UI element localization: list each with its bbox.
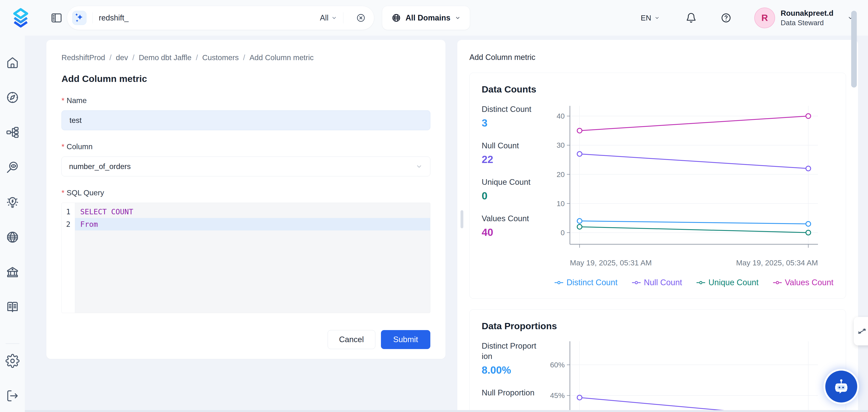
horizontal-scrollbar-track[interactable] (0, 410, 868, 412)
breadcrumb-item[interactable]: dev (116, 53, 128, 62)
panel-resize-handle[interactable] (461, 210, 463, 228)
required-mark: * (61, 142, 64, 151)
legend-marker-icon (632, 281, 641, 285)
user-avatar[interactable]: R (754, 7, 775, 28)
breadcrumb-item[interactable]: RedshiftProd (61, 53, 105, 62)
legend-item[interactable]: Values Count (773, 278, 834, 287)
legend-label: Values Count (785, 278, 834, 287)
metric-item: Values Count40 (482, 214, 537, 238)
all-domains-dropdown[interactable]: All Domains (382, 6, 470, 30)
chevron-down-icon (654, 15, 660, 21)
breadcrumb-separator: / (243, 53, 245, 62)
name-input[interactable]: test (61, 110, 430, 130)
sidebar-item-discover[interactable] (5, 90, 20, 104)
metric-value: 8.00% (482, 364, 537, 376)
panel-scrollbar-thumb[interactable] (851, 11, 857, 88)
sidebar-item-observability[interactable] (5, 160, 20, 175)
app-logo[interactable] (10, 8, 31, 28)
sidebar-nav (0, 36, 25, 412)
search-input[interactable]: redshift_ (99, 13, 320, 23)
cancel-button[interactable]: Cancel (328, 330, 375, 349)
sidebar-item-settings[interactable] (5, 354, 20, 368)
breadcrumb: RedshiftProd/dev/Demo dbt Jaffle/Custome… (61, 53, 430, 62)
all-domains-label: All Domains (405, 13, 451, 23)
sidebar-item-logout[interactable] (5, 389, 20, 403)
language-dropdown[interactable]: EN (641, 13, 660, 22)
legend-marker-icon (696, 281, 705, 285)
sidebar-divider (6, 343, 20, 344)
sql-label-text: SQL Query (67, 188, 104, 197)
chevron-down-icon (331, 15, 337, 21)
legend-item[interactable]: Distinct Count (554, 278, 618, 287)
metric-value: 0 (482, 190, 537, 202)
metric-item: Distinct Proportion8.00% (482, 341, 537, 376)
topbar-right-cluster: EN R Rounakpreet.d Data Steward (641, 7, 868, 28)
select-chevron-icon (415, 163, 423, 170)
metrics-preview-panel: Add Column metric Data Counts Distinct C… (457, 40, 858, 412)
breadcrumb-item[interactable]: Customers (202, 53, 239, 62)
lineage-icon (5, 136, 20, 140)
legend-label: Null Count (644, 278, 682, 287)
name-field-label: * Name (61, 96, 430, 105)
language-label: EN (641, 13, 651, 22)
panel-title: Add Column metric (457, 40, 858, 62)
user-name: Rounakpreet.d (781, 9, 834, 18)
metric-item: Distinct Count3 (482, 104, 537, 129)
metric-item: Unique Count0 (482, 177, 537, 202)
sidebar-toggle-icon[interactable] (50, 11, 63, 24)
metric-value: 40 (482, 226, 537, 238)
breadcrumb-separator: / (110, 53, 112, 62)
metrics-collapse-tab[interactable] (854, 317, 868, 345)
sidebar-item-governance[interactable] (5, 265, 20, 279)
sidebar-item-glossary[interactable] (5, 300, 20, 314)
breadcrumb-item[interactable]: Demo dbt Jaffle (139, 53, 191, 62)
line-number: 1 (62, 205, 75, 218)
sidebar-item-home[interactable] (5, 55, 20, 70)
user-menu[interactable]: Rounakpreet.d Data Steward (781, 9, 834, 27)
clear-search-icon[interactable] (356, 13, 366, 23)
metric-item: Null Proportion (482, 388, 537, 398)
sidebar-item-web[interactable] (5, 230, 20, 244)
globe-icon (391, 13, 401, 23)
global-search[interactable]: redshift_ All (67, 6, 374, 30)
svg-text:20: 20 (557, 170, 565, 179)
sidebar-item-insights[interactable] (5, 195, 20, 209)
legend-marker-icon (773, 281, 782, 285)
svg-text:0: 0 (561, 228, 565, 237)
divider (343, 12, 343, 24)
editor-code-area[interactable]: SELECT COUNTFrom (75, 203, 430, 313)
column-field-label: * Column (61, 142, 430, 151)
metric-value: 3 (482, 117, 537, 129)
governance-icon (5, 276, 20, 280)
data-proportions-title: Data Proportions (482, 321, 834, 331)
submit-button[interactable]: Submit (381, 330, 430, 349)
settings-icon (5, 365, 20, 369)
code-line[interactable]: SELECT COUNT (75, 205, 430, 218)
sql-query-editor[interactable]: 12 SELECT COUNTFrom (61, 203, 430, 313)
code-line[interactable]: From (75, 218, 430, 230)
data-proportions-metrics: Distinct Proportion8.00%Null Proportion (482, 341, 537, 412)
x-axis-label: May 19, 2025, 05:34 AM (736, 258, 818, 267)
observability-icon (5, 171, 20, 175)
chart-legend: Distinct CountNull CountUnique CountValu… (570, 278, 818, 287)
sidebar-item-lineage[interactable] (5, 125, 20, 139)
data-counts-chart: 010203040 May 19, 2025, 05:31 AMMay 19, … (549, 104, 834, 287)
chatbot-button[interactable] (825, 371, 857, 403)
help-icon[interactable] (720, 12, 732, 24)
top-bar: redshift_ All All Domains EN R Rounakpre… (0, 0, 868, 36)
sql-field-label: * SQL Query (61, 188, 430, 197)
notifications-bell-icon[interactable] (685, 12, 697, 24)
data-counts-title: Data Counts (482, 84, 834, 95)
line-number: 2 (62, 218, 75, 230)
legend-item[interactable]: Unique Count (696, 278, 758, 287)
column-select[interactable]: number_of_orders (61, 157, 430, 177)
ai-sparkle-icon[interactable] (72, 11, 87, 25)
search-scope-dropdown[interactable]: All (320, 13, 337, 23)
legend-item[interactable]: Null Count (632, 278, 682, 287)
legend-marker-icon (554, 281, 563, 285)
breadcrumb-item[interactable]: Add Column metric (249, 53, 314, 62)
metric-label: Null Count (482, 140, 537, 151)
form-title: Add Column metric (61, 73, 430, 84)
insights-icon (5, 206, 20, 210)
metric-item: Null Count22 (482, 140, 537, 165)
